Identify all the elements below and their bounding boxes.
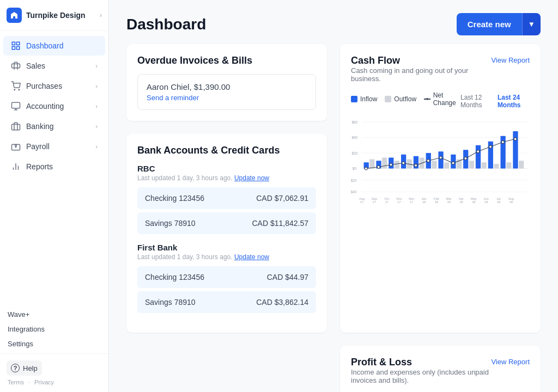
svg-rect-2 <box>12 47 15 50</box>
cash-flow-title: Cash Flow <box>351 55 491 66</box>
terms-link[interactable]: Terms <box>8 379 24 385</box>
sidebar-item-reports[interactable]: Reports <box>3 157 105 176</box>
svg-text:18: 18 <box>472 200 475 204</box>
svg-text:$60: $60 <box>351 120 357 124</box>
svg-text:17: 17 <box>397 200 401 204</box>
svg-point-56 <box>415 164 417 167</box>
invoice-item[interactable]: Aaron Chiel, $1,390.00 Send a reminder <box>137 74 316 110</box>
sidebar-item-label: Purchases <box>26 82 90 90</box>
bank-first: First Bank Last updated 1 day, 3 hours a… <box>137 243 316 313</box>
dashboard-icon <box>11 41 21 51</box>
rbc-update-link[interactable]: Update now <box>234 174 269 182</box>
svg-point-55 <box>402 162 405 164</box>
svg-rect-38 <box>438 151 443 168</box>
profit-loss-header: Profit & Loss Income and expenses only (… <box>351 357 530 390</box>
chevron-down-icon: › <box>95 143 98 150</box>
svg-rect-6 <box>12 102 20 108</box>
profit-loss-card: Profit & Loss Income and expenses only (… <box>340 346 541 392</box>
svg-text:18: 18 <box>447 200 451 204</box>
svg-point-53 <box>377 166 380 168</box>
svg-text:18: 18 <box>497 200 500 204</box>
cash-flow-period: Last 12 Months Last 24 Months <box>458 93 530 110</box>
bank-accounts-card: Bank Accounts & Credit Cards RBC Last up… <box>126 134 327 333</box>
help-button[interactable]: ? Help <box>7 360 42 376</box>
svg-text:17: 17 <box>410 200 413 204</box>
rbc-savings[interactable]: Savings 78910 CAD $11,842.57 <box>137 212 316 234</box>
period-24m[interactable]: Last 24 Months <box>495 93 530 110</box>
purchases-icon <box>11 81 21 91</box>
rbc-checking[interactable]: Checking 123456 CAD $7,062.91 <box>137 187 316 209</box>
app-logo <box>7 8 22 23</box>
first-checking-name: Checking 123456 <box>145 273 204 281</box>
svg-text:17: 17 <box>373 200 376 204</box>
legend-outflow: Outflow <box>385 95 416 103</box>
privacy-link[interactable]: Privacy <box>34 379 54 385</box>
first-bank-updated: Last updated 1 day, 3 hours ago. Update … <box>137 253 316 261</box>
period-12m[interactable]: Last 12 Months <box>458 93 491 110</box>
svg-point-57 <box>427 160 429 162</box>
sidebar-nav: Dashboard Sales › Purchases › Accounting… <box>0 31 108 305</box>
create-new-dropdown-button[interactable]: ▼ <box>522 13 541 35</box>
sidebar-item-banking[interactable]: Banking › <box>3 117 105 136</box>
first-bank-checking[interactable]: Checking 123456 CAD $44.97 <box>137 266 316 288</box>
sidebar: Turnpike Design › Dashboard Sales › Purc… <box>0 0 109 392</box>
sidebar-integrations[interactable]: Integrations <box>8 322 101 336</box>
svg-point-60 <box>464 157 467 160</box>
main-content: Dashboard Create new ▼ Overdue Invoices … <box>109 0 558 392</box>
svg-rect-37 <box>432 161 436 168</box>
chevron-down-icon: › <box>95 103 98 109</box>
net-change-line <box>424 99 430 100</box>
payroll-icon <box>11 142 21 151</box>
svg-rect-29 <box>382 158 387 169</box>
sidebar-header[interactable]: Turnpike Design › <box>0 0 108 31</box>
first-checking-amount: CAD $44.97 <box>267 273 308 281</box>
cash-flow-view-report[interactable]: View Report <box>491 56 530 64</box>
svg-text:18: 18 <box>435 200 438 204</box>
banking-icon <box>11 121 21 131</box>
send-reminder-link[interactable]: Send a reminder <box>147 94 307 102</box>
profit-loss-view-report[interactable]: View Report <box>491 358 530 366</box>
accounting-icon <box>11 101 21 111</box>
svg-point-63 <box>501 141 504 144</box>
first-savings-name: Savings 78910 <box>145 298 196 307</box>
svg-text:17: 17 <box>360 200 363 204</box>
svg-point-59 <box>452 162 454 164</box>
rbc-checking-name: Checking 123456 <box>145 194 204 203</box>
app-menu-chevron[interactable]: › <box>100 11 102 19</box>
svg-rect-50 <box>513 131 518 168</box>
svg-rect-27 <box>369 159 374 168</box>
bank-accounts-title: Bank Accounts & Credit Cards <box>137 145 316 156</box>
bank-rbc: RBC Last updated 1 day, 3 hours ago. Upd… <box>137 164 316 234</box>
help-label: Help <box>23 364 38 372</box>
sidebar-item-accounting[interactable]: Accounting › <box>3 96 105 116</box>
svg-text:$0: $0 <box>353 167 357 170</box>
cash-flow-header: Cash Flow Cash coming in and going out o… <box>351 55 530 88</box>
outflow-color <box>385 96 391 102</box>
first-bank-savings[interactable]: Savings 78910 CAD $3,862.14 <box>137 291 316 313</box>
sidebar-item-purchases[interactable]: Purchases › <box>3 76 105 96</box>
first-bank-update-link[interactable]: Update now <box>234 253 269 261</box>
svg-text:$40: $40 <box>351 136 357 139</box>
svg-rect-39 <box>444 162 449 168</box>
overdue-invoices-card: Overdue Invoices & Bills Aaron Chiel, $1… <box>126 44 327 121</box>
sidebar-item-payroll[interactable]: Payroll › <box>3 137 105 156</box>
svg-rect-49 <box>506 162 511 168</box>
svg-rect-45 <box>482 162 487 168</box>
svg-rect-1 <box>17 42 20 45</box>
sidebar-settings[interactable]: Settings <box>8 336 101 351</box>
legend-inflow: Inflow <box>351 95 377 103</box>
sidebar-item-dashboard[interactable]: Dashboard <box>3 36 105 56</box>
app-name: Turnpike Design <box>26 11 86 20</box>
svg-text:17: 17 <box>385 200 388 204</box>
svg-point-64 <box>514 138 517 140</box>
sidebar-wave-plus[interactable]: Wave+ <box>8 307 101 322</box>
sidebar-item-label: Accounting <box>26 102 90 111</box>
sidebar-item-sales[interactable]: Sales › <box>3 56 105 76</box>
sidebar-item-label: Payroll <box>26 142 90 151</box>
create-new-button-group: Create new ▼ <box>457 13 541 35</box>
rbc-savings-amount: CAD $11,842.57 <box>252 219 308 228</box>
svg-text:18: 18 <box>510 200 513 204</box>
svg-rect-43 <box>469 161 474 168</box>
create-new-button[interactable]: Create new <box>457 13 522 35</box>
chevron-down-icon: › <box>95 83 98 89</box>
